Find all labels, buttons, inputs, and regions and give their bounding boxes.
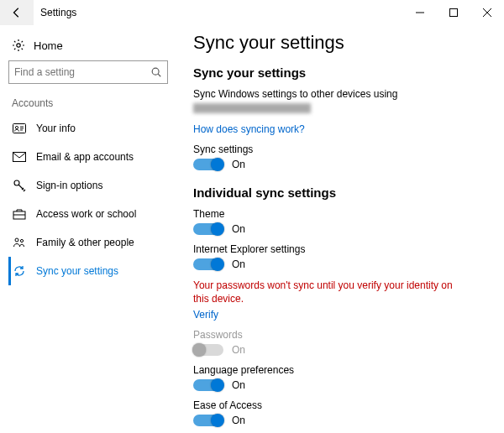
passwords-state: On [232,344,245,356]
sidebar-item-signin[interactable]: Sign-in options [8,171,168,200]
redacted-account [193,103,311,113]
home-button[interactable]: Home [8,34,168,60]
password-warning: Your passwords won't sync until you veri… [193,279,462,305]
svg-point-9 [20,239,23,242]
maximize-icon [449,8,458,17]
sidebar-item-email[interactable]: Email & app accounts [8,143,168,171]
page-title: Sync your settings [193,32,487,54]
theme-toggle[interactable] [193,223,223,235]
sidebar-item-family[interactable]: Family & other people [8,228,168,257]
close-button[interactable] [470,0,504,25]
sidebar-item-label: Access work or school [36,208,136,220]
svg-point-1 [17,44,20,47]
section-individual-title: Individual sync settings [193,185,487,200]
ie-label: Internet Explorer settings [193,243,487,255]
group-label: Accounts [8,97,168,114]
ease-state: On [232,415,245,426]
svg-point-4 [15,126,18,128]
person-card-icon [13,122,26,135]
back-button[interactable] [0,0,34,25]
language-toggle[interactable] [193,379,223,391]
mail-icon [13,150,26,164]
gear-icon [12,39,25,52]
search-box[interactable] [8,60,168,84]
ease-label: Ease of Access [193,399,487,411]
sync-icon [13,264,26,278]
briefcase-icon [13,207,26,221]
arrow-left-icon [11,7,23,18]
close-icon [483,8,491,17]
language-label: Language preferences [193,364,487,376]
sidebar-item-label: Family & other people [36,237,134,248]
sidebar-item-work-school[interactable]: Access work or school [8,200,168,228]
content-pane: Sync your settings Sync your settings Sy… [176,25,504,433]
people-icon [13,236,26,249]
section-sync-desc: Sync Windows settings to other devices u… [193,88,487,100]
sync-settings-state: On [232,159,245,170]
help-link[interactable]: How does syncing work? [193,123,487,135]
minimize-icon [416,8,424,17]
sidebar-item-label: Sign-in options [36,180,102,191]
sidebar-item-sync[interactable]: Sync your settings [8,257,168,285]
titlebar: Settings [0,0,504,25]
maximize-button[interactable] [437,0,470,25]
language-state: On [232,379,245,391]
key-icon [13,179,26,192]
passwords-label: Passwords [193,329,487,341]
svg-rect-0 [450,9,458,17]
sync-settings-toggle[interactable] [193,159,223,170]
sidebar: Home Accounts Your info Email & app acco… [0,25,176,433]
svg-point-2 [152,68,159,75]
ie-state: On [232,258,245,270]
theme-state: On [232,223,245,235]
sidebar-item-label: Your info [36,123,76,134]
verify-link[interactable]: Verify [193,309,487,321]
sidebar-item-your-info[interactable]: Your info [8,114,168,143]
ie-toggle[interactable] [193,258,223,270]
sidebar-item-label: Email & app accounts [36,151,134,163]
sidebar-item-label: Sync your settings [36,265,118,277]
theme-label: Theme [193,208,487,220]
home-label: Home [34,39,63,52]
minimize-button[interactable] [403,0,437,25]
window-title: Settings [34,0,403,25]
svg-rect-5 [13,153,26,162]
search-input[interactable] [14,66,150,78]
svg-rect-3 [13,124,26,133]
sync-settings-label: Sync settings [193,143,487,155]
passwords-toggle [193,344,223,356]
svg-point-8 [15,238,18,242]
section-sync-title: Sync your settings [193,65,487,80]
search-icon [150,66,162,78]
ease-toggle[interactable] [193,415,223,426]
